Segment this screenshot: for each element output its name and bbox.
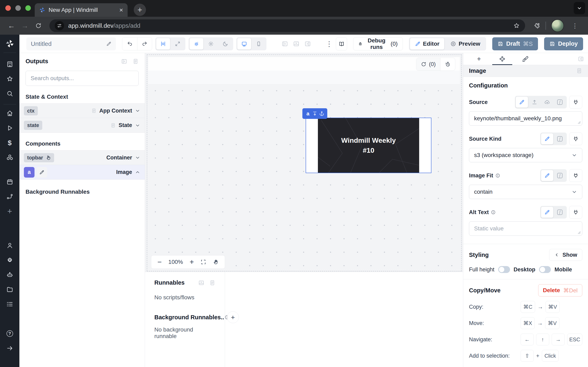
browser-menu-button[interactable]: ⋮ <box>569 20 581 31</box>
sidebar-item-help[interactable]: ? <box>5 329 14 338</box>
rename-component-button[interactable] <box>36 167 47 178</box>
sidebar-item-workspace[interactable] <box>5 60 14 69</box>
edit-pencil-icon[interactable] <box>106 41 112 47</box>
reload-button[interactable] <box>33 20 44 31</box>
more-options-button[interactable]: ⋮ <box>326 40 333 48</box>
preview-tab[interactable]: Preview <box>445 38 485 50</box>
collapse-bottom-icon[interactable] <box>198 280 204 286</box>
resize-handle-icon[interactable] <box>578 231 581 234</box>
sidebar-item-folders[interactable] <box>5 285 14 294</box>
mobile-view-button[interactable] <box>252 38 266 50</box>
topbar-badge[interactable]: topbar <box>24 153 54 162</box>
toggle-left-panel-icon[interactable] <box>282 41 288 47</box>
sidebar-item-triggers[interactable] <box>5 192 14 201</box>
static-mode-button[interactable] <box>516 97 528 108</box>
debug-runs-button[interactable]: Debug runs (0) <box>353 37 403 50</box>
collapse-panel-icon[interactable] <box>121 58 127 64</box>
static-mode-button[interactable] <box>541 133 553 144</box>
back-button[interactable]: ← <box>6 20 17 31</box>
close-window-button[interactable] <box>5 5 11 11</box>
editor-tab[interactable]: Editor <box>410 38 444 50</box>
chevron-up-icon[interactable] <box>135 170 140 175</box>
undo-button[interactable] <box>122 38 137 50</box>
connect-button[interactable] <box>569 133 582 145</box>
fit-view-icon[interactable] <box>200 259 206 265</box>
toggle-bottom-panel-icon[interactable] <box>293 41 300 47</box>
connect-button[interactable] <box>569 206 582 218</box>
eval-mode-button[interactable]: f <box>554 133 566 144</box>
pan-hand-icon[interactable] <box>213 259 219 265</box>
outputs-search[interactable] <box>26 71 139 86</box>
auto-theme-button[interactable] <box>190 38 203 50</box>
tab-search-button[interactable] <box>574 2 585 14</box>
full-height-toggle[interactable] <box>498 266 510 273</box>
component-row-topbar[interactable]: topbar Container <box>19 150 145 165</box>
selected-image-component[interactable]: Windmill Weekly #10 <box>306 118 432 173</box>
redo-button[interactable] <box>137 38 152 50</box>
centered-layout-button[interactable] <box>156 38 170 50</box>
docs-button[interactable] <box>336 37 347 50</box>
desktop-view-button[interactable] <box>237 38 251 50</box>
chevron-down-icon[interactable] <box>135 155 140 160</box>
history-button[interactable] <box>440 58 455 71</box>
browser-tab[interactable]: New App | Windmill × <box>35 3 128 17</box>
sidebar-item-users[interactable] <box>5 241 14 250</box>
desktop-toggle[interactable] <box>539 266 551 273</box>
sidebar-item-resources[interactable] <box>5 153 14 162</box>
sidebar-item-variables[interactable]: $ <box>5 138 14 147</box>
draft-button[interactable]: Draft ⌘S <box>492 37 538 50</box>
new-tab-button[interactable]: + <box>134 4 146 16</box>
windmill-logo-icon[interactable] <box>5 39 14 48</box>
chevron-down-icon[interactable] <box>135 108 140 113</box>
connect-button[interactable] <box>569 96 582 108</box>
doc-icon[interactable] <box>132 58 139 64</box>
extensions-icon[interactable] <box>533 22 540 29</box>
upload-mode-button[interactable] <box>528 97 541 108</box>
tab-global-styling[interactable] <box>514 53 537 65</box>
tab-component-settings[interactable] <box>491 53 514 65</box>
search-input[interactable] <box>31 75 134 82</box>
address-bar[interactable]: app.windmill.dev/apps/add <box>49 19 525 32</box>
anchor-icon[interactable] <box>319 111 324 116</box>
minimize-window-button[interactable] <box>15 5 21 11</box>
expand-down-icon[interactable] <box>312 111 318 116</box>
sidebar-item-schedules[interactable] <box>5 177 14 186</box>
doc-icon[interactable] <box>576 68 582 74</box>
full-width-button[interactable] <box>171 38 185 50</box>
chevron-down-icon[interactable] <box>135 123 140 128</box>
profile-avatar[interactable] <box>551 19 564 32</box>
doc-icon[interactable] <box>209 280 215 286</box>
tab-insert-component[interactable]: + <box>467 53 491 65</box>
delete-component-button[interactable]: Delete ⌘Del <box>538 284 582 296</box>
app-name-field[interactable]: Untitled <box>26 37 116 50</box>
eval-mode-button[interactable]: f <box>554 170 566 181</box>
zoom-in-button[interactable]: + <box>190 258 194 266</box>
source-kind-select[interactable]: s3 (workspace storage) <box>469 148 582 162</box>
site-settings-icon[interactable] <box>55 21 64 30</box>
source-input[interactable] <box>469 111 582 125</box>
sidebar-collapse-button[interactable] <box>5 344 14 353</box>
sidebar-item-settings[interactable] <box>5 256 14 265</box>
window-controls[interactable] <box>5 5 31 11</box>
sidebar-item-add[interactable]: + <box>5 207 14 216</box>
output-row-ctx[interactable]: ctx App Context <box>19 103 145 118</box>
sidebar-item-favorites[interactable] <box>5 75 14 83</box>
static-mode-button[interactable] <box>541 170 553 181</box>
component-a-badge[interactable]: a <box>24 167 35 178</box>
show-styling-button[interactable]: Show <box>549 249 582 261</box>
sidebar-item-runs[interactable] <box>5 124 14 133</box>
collapse-right-panel-icon[interactable] <box>578 56 584 62</box>
connect-button[interactable] <box>569 169 582 182</box>
sidebar-item-home[interactable] <box>5 109 14 118</box>
output-row-state[interactable]: state State <box>19 118 145 133</box>
resize-handle-icon[interactable] <box>578 121 581 124</box>
toggle-right-panel-icon[interactable] <box>304 41 311 47</box>
refresh-button[interactable]: (0) <box>416 58 440 71</box>
eval-mode-button[interactable]: f <box>554 207 566 218</box>
s3-upload-mode-button[interactable] <box>541 97 553 108</box>
sidebar-item-search[interactable] <box>5 89 14 98</box>
close-tab-icon[interactable]: × <box>119 7 123 13</box>
light-theme-button[interactable] <box>204 38 218 50</box>
component-row-a-selected[interactable]: a Image <box>19 165 145 180</box>
sidebar-item-workers[interactable] <box>5 270 14 279</box>
